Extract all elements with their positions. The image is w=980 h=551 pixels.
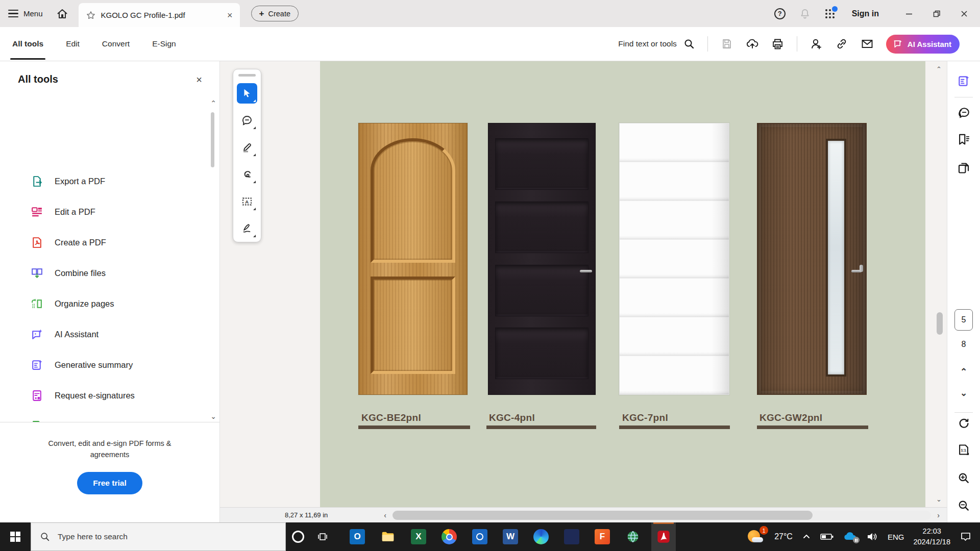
comments-panel-icon[interactable]: [957, 106, 970, 119]
tool-item-scan-ocr[interactable]: A Scan & OCR: [0, 411, 219, 422]
tab-close-icon[interactable]: ×: [227, 11, 233, 20]
tool-item-edit-pdf[interactable]: Edit a PDF: [0, 196, 219, 227]
star-icon[interactable]: [86, 10, 96, 20]
comment-tool-button[interactable]: [237, 110, 257, 131]
actual-size-icon[interactable]: 1:1: [957, 443, 971, 457]
scroll-down-icon[interactable]: ⌄: [936, 495, 942, 503]
window-restore-button[interactable]: [932, 9, 941, 18]
fill-sign-tool-button[interactable]: [237, 218, 257, 239]
link-icon[interactable]: [835, 37, 848, 51]
taskbar-app-word[interactable]: W: [498, 522, 523, 551]
windows-taskbar: Type here to search O X W F: [0, 522, 980, 551]
select-tool-button[interactable]: [237, 83, 257, 104]
taskbar-app-blue[interactable]: [468, 522, 492, 551]
email-icon[interactable]: [861, 37, 874, 51]
panel-scrollbar[interactable]: [211, 106, 214, 422]
help-icon[interactable]: ?: [774, 8, 786, 19]
onedrive-icon[interactable]: [843, 532, 857, 542]
tray-expand-icon[interactable]: [802, 532, 811, 541]
scroll-right-icon[interactable]: ›: [937, 511, 940, 519]
door-bottom-panel: [371, 277, 455, 374]
taskbar-app-navy[interactable]: [559, 522, 584, 551]
home-button[interactable]: [56, 8, 68, 20]
tab-esign[interactable]: E-Sign: [152, 28, 176, 60]
cortana-button[interactable]: [286, 522, 310, 551]
tab-all-tools[interactable]: All tools: [12, 28, 43, 60]
acrobat-icon: [656, 530, 671, 544]
app-launcher-grid-icon[interactable]: [824, 8, 836, 19]
tool-item-create-pdf[interactable]: Create a PDF: [0, 227, 219, 258]
document-horizontal-scrollbar[interactable]: [393, 511, 931, 520]
highlight-tool-button[interactable]: [237, 137, 257, 158]
tool-item-request-esignatures[interactable]: Request e-signatures: [0, 380, 219, 411]
find-text-or-tools[interactable]: Find text or tools: [618, 38, 695, 50]
tool-item-ai-assistant[interactable]: AI Assistant: [0, 319, 219, 349]
tab-convert[interactable]: Convert: [102, 28, 130, 60]
svg-text:1:1: 1:1: [961, 448, 966, 453]
tool-label: AI Assistant: [55, 330, 99, 339]
zoom-out-icon[interactable]: [957, 499, 970, 512]
clock-widget[interactable]: 22:03 2024/12/18: [913, 526, 950, 547]
weather-widget[interactable]: 1: [748, 529, 765, 544]
time-label: 22:03: [913, 526, 950, 537]
text-box-tool-button[interactable]: A: [237, 191, 257, 212]
task-view-button[interactable]: [310, 522, 335, 551]
tool-item-generative-summary[interactable]: Generative summary: [0, 349, 219, 380]
panel-scroll-down-icon[interactable]: ⌄: [210, 412, 216, 420]
zoom-in-icon[interactable]: [957, 471, 970, 485]
generative-summary-icon: [31, 359, 43, 371]
language-indicator[interactable]: ENG: [888, 533, 904, 541]
create-button[interactable]: + Create: [251, 6, 299, 21]
next-page-button[interactable]: ⌄: [960, 388, 967, 398]
taskbar-app-outlook[interactable]: O: [345, 522, 370, 551]
toolbar-drag-handle[interactable]: [238, 74, 256, 77]
scroll-up-icon[interactable]: ⌃: [936, 65, 942, 73]
taskbar-app-orange-f[interactable]: F: [590, 522, 615, 551]
tool-item-combine-files[interactable]: Combine files: [0, 258, 219, 288]
page-thumbnails-icon[interactable]: [957, 161, 971, 175]
tool-item-export-pdf[interactable]: Export a PDF: [0, 166, 219, 196]
rotate-page-icon[interactable]: [957, 416, 970, 430]
upload-cloud-icon[interactable]: [746, 37, 759, 51]
action-center-icon[interactable]: [960, 531, 972, 543]
door-image-kgc-7pnl: [619, 123, 729, 395]
taskbar-app-excel[interactable]: X: [406, 522, 431, 551]
vertical-scrollbar-thumb[interactable]: [937, 312, 943, 335]
taskbar-app-edge[interactable]: [529, 522, 553, 551]
tab-edit[interactable]: Edit: [66, 28, 80, 60]
menu-button[interactable]: Menu: [8, 9, 43, 18]
bookmarks-panel-icon[interactable]: [957, 133, 971, 146]
temperature-label[interactable]: 27°C: [774, 532, 793, 541]
print-icon[interactable]: [771, 37, 785, 51]
start-button[interactable]: [0, 522, 31, 551]
panel-close-icon[interactable]: ×: [196, 74, 202, 85]
volume-icon[interactable]: [866, 532, 878, 542]
scroll-left-icon[interactable]: ‹: [384, 511, 386, 519]
taskbar-search-input[interactable]: Type here to search: [31, 522, 286, 551]
previous-page-button[interactable]: ⌃: [960, 366, 967, 377]
taskbar-app-chrome[interactable]: [437, 522, 461, 551]
sign-in-button[interactable]: Sign in: [852, 9, 879, 18]
window-close-button[interactable]: [960, 9, 969, 18]
free-trial-button[interactable]: Free trial: [77, 472, 142, 494]
panel-scroll-up-icon[interactable]: ⌃: [210, 99, 216, 107]
generative-summary-icon[interactable]: [957, 74, 970, 88]
notifications-bell-icon[interactable]: [799, 8, 811, 20]
taskbar-app-globe[interactable]: [621, 522, 645, 551]
taskbar-app-acrobat[interactable]: [651, 522, 676, 551]
ai-assistant-button[interactable]: AI Assistant: [886, 35, 960, 54]
ai-chat-icon: [893, 39, 903, 49]
document-vertical-scrollbar[interactable]: ⌃ ⌄: [935, 61, 945, 507]
title-bar: Menu KGOLO GC Profile-1.pdf × + Create ?…: [0, 0, 980, 27]
save-icon[interactable]: [720, 37, 733, 51]
taskbar-app-file-explorer[interactable]: [376, 522, 400, 551]
add-user-icon[interactable]: [810, 37, 823, 51]
battery-icon[interactable]: [820, 533, 834, 541]
draw-tool-button[interactable]: [237, 164, 257, 185]
window-minimize-button[interactable]: [904, 9, 914, 18]
tool-item-organize-pages[interactable]: Organize pages: [0, 288, 219, 319]
panel-scrollbar-thumb[interactable]: [211, 112, 214, 167]
current-page-input[interactable]: 5: [954, 309, 973, 331]
horizontal-scrollbar-thumb[interactable]: [393, 511, 813, 520]
document-tab[interactable]: KGOLO GC Profile-1.pdf ×: [79, 3, 240, 27]
